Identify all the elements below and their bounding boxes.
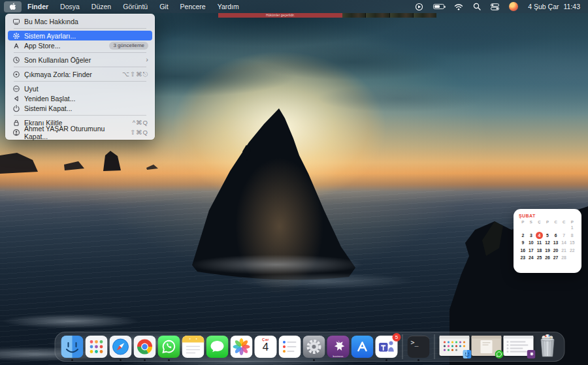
menu-item-label: Bu Mac Hakkında bbox=[24, 18, 78, 25]
menu-separator bbox=[14, 81, 146, 82]
teams-notification-badge: 5 bbox=[393, 333, 401, 341]
menu-item-label: Son Kullanılan Öğeler bbox=[24, 56, 91, 64]
wifi-icon[interactable] bbox=[454, 3, 463, 10]
dock-terminal[interactable]: >_ bbox=[408, 336, 430, 358]
dock-finder[interactable] bbox=[61, 336, 84, 358]
menu-item-son-kullanilan-ogeler[interactable]: Son Kullanılan Öğeler › bbox=[8, 55, 152, 65]
menu-item-app-store[interactable]: App Store... 3 güncelleme bbox=[8, 40, 152, 50]
logout-user-icon bbox=[12, 129, 20, 136]
dock-whatsapp[interactable] bbox=[158, 336, 180, 358]
menu-item-label: App Store... bbox=[24, 42, 60, 50]
splashtop-badge-icon bbox=[527, 350, 536, 358]
menu-item-label: Uyut bbox=[24, 85, 39, 93]
menu-separator bbox=[14, 52, 146, 53]
dock-photos[interactable] bbox=[231, 336, 253, 358]
force-quit-icon bbox=[12, 71, 20, 78]
battery-icon[interactable] bbox=[433, 4, 444, 9]
app-store-icon bbox=[12, 42, 20, 50]
apple-menu-dropdown: Bu Mac Hakkında Sistem Ayarları... App S… bbox=[5, 14, 155, 140]
menubar-menu-dosya[interactable]: Dosya bbox=[54, 3, 86, 10]
background-window-banner: Hükümler geçerlidir. bbox=[218, 13, 342, 18]
dock-reminders[interactable] bbox=[279, 336, 301, 358]
now-playing-icon[interactable] bbox=[415, 3, 423, 11]
menu-item-cikmaya-zorla[interactable]: Çıkmaya Zorla: Finder ⌥⇧⌘⎋ bbox=[8, 69, 152, 79]
calendar-widget[interactable]: ŞUBAT PSÇPCCP 1 2345678 9101112131415 16… bbox=[514, 209, 581, 273]
background-window-images bbox=[342, 13, 436, 18]
dock-chrome[interactable] bbox=[134, 336, 156, 358]
menu-separator bbox=[14, 67, 146, 67]
minimized-window-whatsapp[interactable] bbox=[472, 336, 502, 356]
menu-item-bu-mac-hakkinda[interactable]: Bu Mac Hakkında bbox=[8, 16, 152, 26]
dock-launchpad[interactable] bbox=[86, 336, 108, 358]
dock-messages[interactable] bbox=[206, 336, 229, 358]
menu-item-sistem-ayarlari[interactable]: Sistem Ayarları... bbox=[8, 31, 152, 40]
dock-separator bbox=[434, 334, 435, 359]
desktop: Hükümler geçerlidir. Finder Dosya Düzen … bbox=[0, 0, 588, 365]
menu-shortcut: ^⌘Q bbox=[133, 119, 148, 126]
menu-separator bbox=[14, 115, 146, 116]
background-window-edge[interactable]: Hükümler geçerlidir. bbox=[218, 13, 436, 18]
image-thumb bbox=[342, 13, 365, 18]
menubar-menu-yardim[interactable]: Yardım bbox=[212, 3, 245, 10]
menu-item-sistemi-kapat[interactable]: Sistemi Kapat... bbox=[8, 103, 152, 113]
minimized-window-finder[interactable] bbox=[440, 336, 470, 356]
calendar-grid: 1 2345678 9101112131415 16171819202122 2… bbox=[519, 224, 576, 262]
dock-system-settings[interactable] bbox=[303, 336, 325, 358]
menu-item-uyut[interactable]: Uyut bbox=[8, 84, 152, 93]
calendar-app-day: 4 bbox=[255, 341, 277, 353]
calendar-month-title: ŞUBAT bbox=[519, 214, 576, 218]
apple-menu-button[interactable] bbox=[4, 1, 22, 12]
calendar-today: 4 bbox=[536, 232, 543, 239]
splashtop-label: business bbox=[333, 355, 344, 358]
control-center-icon[interactable] bbox=[491, 3, 499, 10]
menubar-menu-finder[interactable]: Finder bbox=[22, 3, 54, 10]
sleep-icon bbox=[12, 85, 20, 93]
menu-item-label: Ahmet YAŞAR Oturumunu Kapat... bbox=[24, 125, 126, 140]
dock-notes[interactable] bbox=[182, 336, 204, 358]
dock-app-store[interactable] bbox=[351, 336, 374, 358]
finder-badge-icon bbox=[463, 350, 472, 358]
submenu-chevron-icon: › bbox=[146, 56, 148, 63]
dock-trash[interactable] bbox=[537, 332, 559, 358]
whatsapp-badge-icon bbox=[495, 350, 504, 358]
image-thumb bbox=[390, 13, 413, 18]
update-count-badge: 3 güncelleme bbox=[109, 42, 148, 50]
menu-item-label: Çıkmaya Zorla: Finder bbox=[24, 71, 92, 78]
dock-separator bbox=[402, 334, 403, 359]
menu-item-yeniden-baslat[interactable]: Yeniden Başlat... bbox=[8, 93, 152, 103]
image-thumb bbox=[366, 13, 389, 18]
menu-item-label: Sistemi Kapat... bbox=[24, 104, 73, 112]
menubar-menu-goruntu[interactable]: Görüntü bbox=[117, 3, 154, 10]
system-settings-icon bbox=[12, 32, 20, 40]
image-thumb bbox=[414, 13, 436, 18]
user-avatar[interactable] bbox=[509, 2, 518, 11]
shutdown-icon bbox=[12, 104, 20, 112]
menubar-clock[interactable]: 4 Şub Çar 11:43 bbox=[528, 3, 580, 10]
about-mac-icon bbox=[12, 18, 20, 25]
menubar-time: 11:43 bbox=[564, 3, 581, 10]
menubar-date: 4 Şub Çar bbox=[528, 3, 559, 10]
apple-logo-icon bbox=[9, 3, 16, 11]
dock-safari[interactable] bbox=[110, 336, 132, 358]
menubar-menu-duzen[interactable]: Düzen bbox=[86, 3, 117, 10]
menubar-menu-pencere[interactable]: Pencere bbox=[174, 3, 212, 10]
dock-microsoft-teams[interactable]: 5 bbox=[376, 336, 398, 358]
dock-splashtop-business[interactable]: business bbox=[327, 336, 350, 358]
recent-items-icon bbox=[12, 56, 20, 64]
menu-bar: Finder Dosya Düzen Görüntü Git Pencere Y… bbox=[0, 0, 588, 13]
minimized-window-splashtop[interactable] bbox=[504, 336, 534, 356]
menubar-menu-git[interactable]: Git bbox=[154, 3, 174, 10]
lock-icon bbox=[12, 119, 20, 127]
dock-calendar[interactable]: Çar 4 bbox=[255, 336, 277, 358]
menu-shortcut: ⇧⌘Q bbox=[130, 129, 148, 136]
dock: Çar 4 business 5 >_ bbox=[55, 332, 565, 362]
menu-item-label: Yeniden Başlat... bbox=[24, 95, 75, 103]
menu-shortcut: ⌥⇧⌘⎋ bbox=[122, 71, 148, 78]
menu-item-label: Sistem Ayarları... bbox=[24, 32, 76, 40]
menu-separator bbox=[14, 28, 146, 29]
spotlight-icon[interactable] bbox=[473, 3, 481, 10]
menu-item-oturumu-kapat[interactable]: Ahmet YAŞAR Oturumunu Kapat... ⇧⌘Q bbox=[8, 127, 152, 137]
restart-icon bbox=[12, 95, 20, 103]
menubar-status-area: 4 Şub Çar 11:43 bbox=[415, 2, 580, 11]
